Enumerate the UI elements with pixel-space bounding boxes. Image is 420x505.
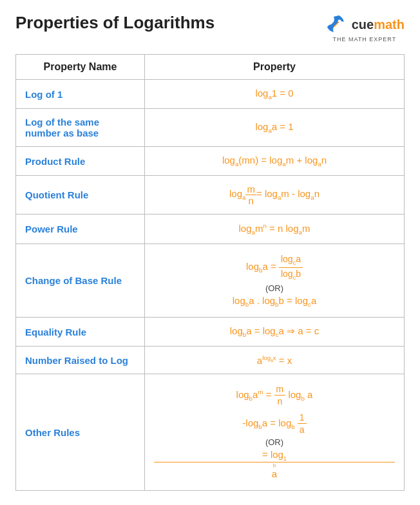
row-name-quotient: Quotient Rule — [16, 176, 145, 214]
col-header-property: Property — [145, 55, 405, 80]
page-header: Properties of Logarithms cuemath THE MAT… — [15, 13, 405, 43]
row-formula-power: logamn = n logam — [145, 214, 405, 244]
row-name-product: Product Rule — [16, 147, 145, 176]
other-formula-3: = log1ba — [154, 449, 395, 481]
logo-area: cuemath THE MATH EXPERT — [325, 13, 405, 43]
logo-cue: cue — [352, 17, 374, 32]
row-formula-numberraised: alogax = x — [145, 347, 405, 374]
row-name-log1: Log of 1 — [16, 80, 145, 109]
col-header-name: Property Name — [16, 55, 145, 80]
formula-line-2: logba . logbb = logca — [154, 295, 395, 308]
other-formula-1: logbam = m n logb a — [154, 383, 395, 407]
row-name-power: Power Rule — [16, 214, 145, 244]
table-row: Equality Rule logba = logca ⇒ a = c — [16, 318, 405, 347]
page-title: Properties of Logarithms — [15, 13, 215, 33]
logo-math: math — [374, 17, 405, 32]
table-row: Other Rules logbam = m n logb a -logba =… — [16, 374, 405, 491]
rocket-icon — [325, 13, 348, 36]
table-row: Power Rule logamn = n logam — [16, 214, 405, 244]
row-formula-changeofbase: logba = logca logcb (OR) logba . logbb =… — [145, 244, 405, 318]
table-row: Number Raised to Log alogax = x — [16, 347, 405, 374]
logo-text: cuemath — [352, 17, 405, 32]
logo-box: cuemath — [325, 13, 405, 36]
row-name-logsamebase: Log of the same number as base — [16, 109, 145, 147]
table-row: Product Rule loga(mn) = logam + logan — [16, 147, 405, 176]
row-formula-logsamebase: logaa = 1 — [145, 109, 405, 147]
logo-tagline: THE MATH EXPERT — [333, 36, 397, 43]
or-text-2: (OR) — [154, 437, 395, 447]
row-name-other: Other Rules — [16, 374, 145, 491]
formula-line-1: logba = logca logcb — [154, 253, 395, 281]
row-formula-product: loga(mn) = logam + logan — [145, 147, 405, 176]
properties-table: Property Name Property Log of 1 loga1 = … — [15, 54, 405, 491]
row-name-changeofbase: Change of Base Rule — [16, 244, 145, 318]
or-text-1: (OR) — [154, 283, 395, 293]
row-name-equality: Equality Rule — [16, 318, 145, 347]
row-formula-quotient: logamn= logam - logan — [145, 176, 405, 214]
row-formula-other: logbam = m n logb a -logba = logb 1 a (O… — [145, 374, 405, 491]
other-formula-2: -logba = logb 1 a — [154, 412, 395, 435]
table-row: Log of 1 loga1 = 0 — [16, 80, 405, 109]
row-name-numberraised: Number Raised to Log — [16, 347, 145, 374]
table-row: Change of Base Rule logba = logca logcb … — [16, 244, 405, 318]
row-formula-equality: logba = logca ⇒ a = c — [145, 318, 405, 347]
table-row: Log of the same number as base logaa = 1 — [16, 109, 405, 147]
row-formula-log1: loga1 = 0 — [145, 80, 405, 109]
table-row: Quotient Rule logamn= logam - logan — [16, 176, 405, 214]
